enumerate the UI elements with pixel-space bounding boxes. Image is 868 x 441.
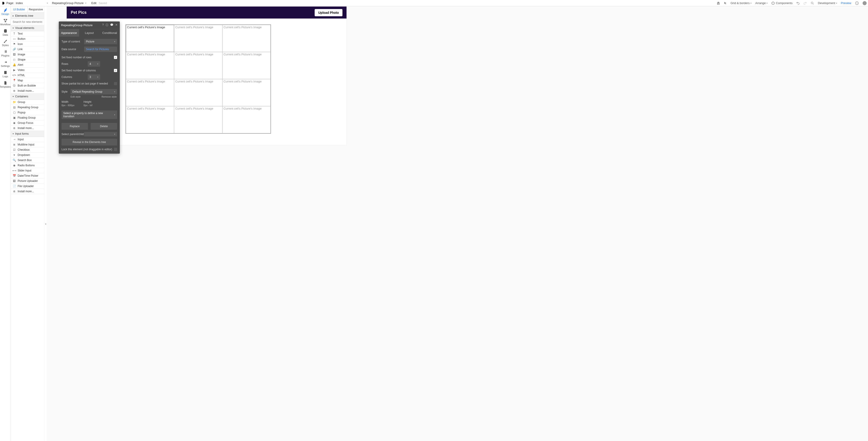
rg-cell[interactable]: Current cell's Picture's Image: [222, 106, 271, 133]
tab-ui-builder[interactable]: UI Builder: [11, 6, 28, 12]
section-visual[interactable]: ▾Visual elements: [11, 25, 44, 31]
section-input-forms[interactable]: ▾Input forms: [11, 131, 44, 137]
help-icon[interactable]: [855, 1, 859, 5]
element-install-more-[interactable]: ⊕Install more...: [11, 189, 44, 194]
element-selector[interactable]: RepeatingGroup Picture ▾: [51, 1, 87, 5]
rg-cell[interactable]: Current cell's Picture's Image: [174, 25, 222, 52]
element-picture-uploader[interactable]: 🖼Picture Uploader: [11, 179, 44, 184]
development-menu[interactable]: Development▾: [818, 1, 837, 5]
element-group[interactable]: 📁Group: [11, 100, 44, 105]
delete-button[interactable]: Delete: [91, 123, 117, 130]
element-file-uploader[interactable]: 📄File Uploader: [11, 184, 44, 189]
rg-cell[interactable]: Current cell's Picture's Image: [174, 106, 222, 133]
close-icon[interactable]: ✕: [115, 23, 118, 27]
element-alert[interactable]: 🔔Alert: [11, 62, 44, 68]
parent-dropdown[interactable]: ▾: [84, 132, 117, 136]
rg-cell[interactable]: Current cell's Picture's Image: [174, 52, 222, 79]
transition-dropdown[interactable]: Select a property to define a new transi…: [61, 111, 117, 119]
partial-checkbox[interactable]: [114, 82, 117, 85]
rg-cell[interactable]: Current cell's Picture's Image: [126, 52, 174, 79]
rail-styles[interactable]: Styles: [0, 37, 11, 48]
fixed-rows-checkbox[interactable]: ✓: [114, 56, 117, 59]
element-floating-group[interactable]: ▣Floating Group: [11, 115, 44, 120]
rg-cell[interactable]: Current cell's Picture's Image: [222, 25, 271, 52]
redo-icon[interactable]: [803, 1, 807, 5]
cols-input[interactable]: 3▾: [88, 74, 100, 80]
undo-icon[interactable]: [796, 1, 800, 5]
rg-cell[interactable]: Current cell's Picture's Image: [126, 106, 174, 133]
search-icon[interactable]: [811, 1, 814, 5]
repeating-group[interactable]: Current cell's Picture's ImageCurrent ce…: [125, 24, 271, 134]
element-shape[interactable]: ◻Shape: [11, 57, 44, 62]
rail-design[interactable]: Design: [0, 6, 11, 17]
element-video[interactable]: ▶Video: [11, 68, 44, 73]
style-dropdown[interactable]: Default Repeating Group▾: [70, 89, 117, 94]
element-date-time-picker[interactable]: 📅Date/Time Picker: [11, 173, 44, 179]
rg-cell[interactable]: Current cell's Picture's Image: [222, 52, 271, 79]
lock-checkbox[interactable]: [114, 148, 117, 151]
components-menu[interactable]: Components: [771, 1, 793, 5]
element-button[interactable]: ▭Button: [11, 36, 44, 41]
rail-logs[interactable]: Logs: [0, 69, 11, 79]
element-icon[interactable]: ⚑Icon: [11, 41, 44, 47]
property-panel[interactable]: RepeatingGroup Picture ? ⓘ 💬 ✕ Appearanc…: [59, 22, 120, 154]
element-link[interactable]: 🔗Link: [11, 47, 44, 52]
type-content-dropdown[interactable]: Picture▾: [84, 39, 117, 44]
element-repeating-group[interactable]: ▤Repeating Group: [11, 105, 44, 110]
rail-templates[interactable]: Templates: [0, 79, 11, 90]
element-install-more-[interactable]: ⊕Install more...: [11, 126, 44, 131]
element-built-on-bubble[interactable]: ⓑBuilt on Bubble: [11, 83, 44, 88]
rail-data[interactable]: Data: [0, 27, 11, 37]
ptab-conditional[interactable]: Conditional: [99, 29, 120, 37]
ptab-layout[interactable]: Layout: [79, 29, 99, 37]
rg-cell[interactable]: Current cell's Picture's Image: [222, 79, 271, 106]
element-radio-buttons[interactable]: ◉Radio Buttons: [11, 163, 44, 168]
upload-photo-button[interactable]: Upload Photo: [315, 9, 342, 16]
element-popup[interactable]: ▢Popup: [11, 110, 44, 115]
section-containers[interactable]: ▾Containers: [11, 94, 44, 100]
element-image[interactable]: 🖼Image: [11, 52, 44, 57]
page-selector[interactable]: index ▾: [15, 1, 49, 5]
comment-icon[interactable]: 💬: [110, 23, 114, 27]
rows-input[interactable]: 4▾: [88, 61, 100, 67]
collapse-handle[interactable]: ◂: [44, 6, 46, 441]
element-install-more-[interactable]: ⊕Install more...: [11, 88, 44, 94]
elements-tree-toggle[interactable]: ▸Elements tree: [11, 13, 44, 19]
fixed-cols-checkbox[interactable]: ✓: [114, 69, 117, 72]
reveal-button[interactable]: Reveal in the Elements tree: [61, 139, 117, 146]
element-multiline-input[interactable]: ≣Multiline Input: [11, 142, 44, 147]
tab-responsive[interactable]: Responsive: [28, 6, 44, 12]
rail-settings[interactable]: Settings: [0, 58, 11, 69]
data-source-value[interactable]: Search for Pictures: [84, 46, 117, 52]
canvas[interactable]: Pet Pics Upload Photo Current cell's Pic…: [46, 6, 868, 441]
rg-cell[interactable]: Current cell's Picture's Image: [174, 79, 222, 106]
cursor-icon[interactable]: [724, 2, 727, 5]
edit-link[interactable]: Edit: [91, 1, 96, 5]
property-header[interactable]: RepeatingGroup Picture ? ⓘ 💬 ✕: [59, 22, 120, 29]
element-map[interactable]: 📍Map: [11, 78, 44, 83]
element-checkbox[interactable]: ☑Checkbox: [11, 147, 44, 153]
rail-workflow[interactable]: Workflow: [0, 17, 11, 27]
arrange-menu[interactable]: Arrange▾: [755, 1, 768, 5]
replace-button[interactable]: Replace: [61, 123, 88, 130]
remove-style-link[interactable]: Remove style: [101, 95, 117, 98]
info-icon[interactable]: ⓘ: [105, 23, 108, 27]
element-text[interactable]: TText: [11, 31, 44, 36]
avatar[interactable]: [863, 1, 867, 5]
grid-borders-menu[interactable]: Grid & borders▾: [731, 1, 752, 5]
element-group-focus[interactable]: ◉Group Focus: [11, 120, 44, 126]
rg-cell[interactable]: Current cell's Picture's Image: [126, 79, 174, 106]
element-input[interactable]: ➝Input: [11, 137, 44, 142]
rail-plugins[interactable]: Plugins: [0, 48, 11, 58]
help-icon[interactable]: ?: [102, 23, 104, 27]
element-dropdown[interactable]: ▾Dropdown: [11, 153, 44, 158]
rg-cell[interactable]: Current cell's Picture's Image: [126, 25, 174, 52]
edit-style-link[interactable]: Edit style: [70, 95, 81, 98]
element-slider-input[interactable]: ⟷Slider Input: [11, 168, 44, 173]
gift-icon[interactable]: [717, 1, 720, 5]
search-elements-input[interactable]: [11, 19, 44, 25]
preview-link[interactable]: Preview: [841, 1, 851, 5]
element-html[interactable]: </>HTML: [11, 73, 44, 78]
element-search-box[interactable]: 🔍Search Box: [11, 158, 44, 163]
ptab-appearance[interactable]: Appearance: [59, 29, 79, 37]
